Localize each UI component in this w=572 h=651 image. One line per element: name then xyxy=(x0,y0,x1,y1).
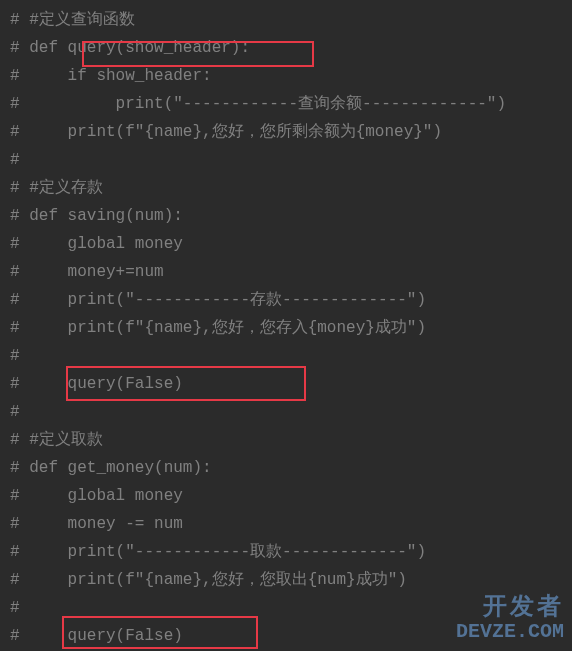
code-line: # xyxy=(10,342,562,370)
code-line: # def query(show_header): xyxy=(10,34,562,62)
code-line: # print(f"{name},您好，您存入{money}成功") xyxy=(10,314,562,342)
code-editor[interactable]: # #定义查询函数 # def query(show_header): # if… xyxy=(10,6,562,650)
code-line: # print(f"{name},您好，您所剩余额为{money}") xyxy=(10,118,562,146)
code-line: # def get_money(num): xyxy=(10,454,562,482)
code-line: # xyxy=(10,594,562,622)
code-line: # print("------------存款-------------") xyxy=(10,286,562,314)
code-line: # query(False) xyxy=(10,370,562,398)
code-line: # #定义查询函数 xyxy=(10,6,562,34)
code-line: # global money xyxy=(10,482,562,510)
code-line: # money+=num xyxy=(10,258,562,286)
code-line: # #定义取款 xyxy=(10,426,562,454)
code-line: # print(f"{name},您好，您取出{num}成功") xyxy=(10,566,562,594)
code-line: # xyxy=(10,398,562,426)
code-line: # def saving(num): xyxy=(10,202,562,230)
code-line: # money -= num xyxy=(10,510,562,538)
code-line: # if show_header: xyxy=(10,62,562,90)
code-line: # global money xyxy=(10,230,562,258)
code-line: # #定义存款 xyxy=(10,174,562,202)
code-line: # xyxy=(10,146,562,174)
code-line: # print("------------取款-------------") xyxy=(10,538,562,566)
code-line: # query(False) xyxy=(10,622,562,650)
code-line: # print("------------查询余额-------------") xyxy=(10,90,562,118)
